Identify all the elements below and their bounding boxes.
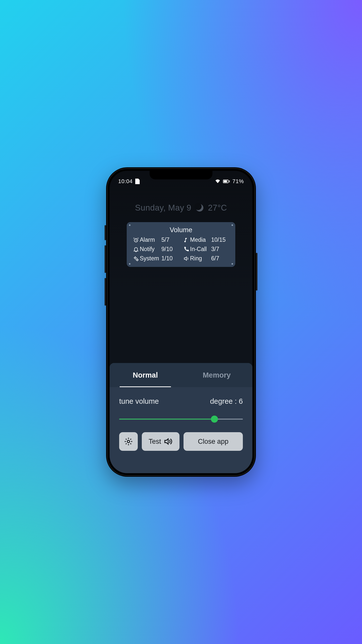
phone-mockup: 10:04 71% Sunday, May 9 <box>106 167 256 477</box>
volume-row-notify: Notify 9/10 <box>132 246 179 253</box>
svg-point-1 <box>134 257 136 259</box>
degree-label: degree : 6 <box>210 397 243 406</box>
widget-pin <box>232 263 233 265</box>
dateline-date: Sunday, May 9 <box>135 203 191 213</box>
volume-row-value: 6/7 <box>211 255 230 262</box>
tune-volume-label: tune volume <box>119 397 159 406</box>
bottom-sheet: Normal Memory tune volume degree : 6 <box>110 363 252 473</box>
moon-icon <box>196 204 203 212</box>
volume-widget[interactable]: Volume Alarm 5/7 M <box>127 222 235 267</box>
volume-widget-title: Volume <box>132 226 230 234</box>
close-app-label: Close app <box>198 438 229 446</box>
battery-icon <box>223 180 230 183</box>
volume-row-incall: In-Call 3/7 <box>183 246 230 253</box>
settings-button[interactable] <box>119 432 138 451</box>
volume-row-value: 5/7 <box>161 236 179 243</box>
volume-slider[interactable] <box>119 416 243 423</box>
volume-row-label: Notify <box>140 246 161 253</box>
phone-icon <box>183 246 190 252</box>
statusbar-battery-text: 71% <box>232 178 244 185</box>
test-button[interactable]: Test <box>142 432 179 451</box>
tab-memory[interactable]: Memory <box>181 363 252 387</box>
bell-icon <box>132 246 140 252</box>
volume-row-value: 3/7 <box>211 246 230 253</box>
phone-side-button <box>256 253 257 291</box>
slider-thumb[interactable] <box>211 416 218 423</box>
test-button-label: Test <box>149 438 161 446</box>
music-icon <box>183 237 190 243</box>
statusbar-time: 10:04 <box>118 178 133 185</box>
phone-side-button <box>105 278 106 306</box>
alarm-icon <box>132 237 140 243</box>
slider-fill <box>119 419 214 420</box>
close-app-button[interactable]: Close app <box>184 432 243 451</box>
tab-normal[interactable]: Normal <box>110 363 181 387</box>
volume-row-media: Media 10/15 <box>183 236 230 243</box>
volume-row-label: Alarm <box>140 236 161 243</box>
wifi-icon <box>215 179 220 183</box>
speaker-loud-icon <box>164 437 173 446</box>
volume-row-label: Media <box>190 236 211 243</box>
phone-notch <box>150 171 212 179</box>
volume-row-value: 10/15 <box>211 236 230 243</box>
sheet-tabs: Normal Memory <box>110 363 252 387</box>
gradient-stage: 10:04 71% Sunday, May 9 <box>78 141 284 503</box>
volume-row-label: System <box>140 255 161 262</box>
svg-point-3 <box>127 440 130 443</box>
volume-row-value: 1/10 <box>161 255 179 262</box>
widget-pin <box>129 224 130 226</box>
volume-row-label: In-Call <box>190 246 211 253</box>
widget-pin <box>232 224 233 226</box>
volume-row-ring: Ring 6/7 <box>183 255 230 262</box>
volume-row-alarm: Alarm 5/7 <box>132 236 179 243</box>
phone-side-button <box>105 245 106 273</box>
gears-icon <box>132 256 140 262</box>
svg-point-2 <box>137 259 138 261</box>
dateline: Sunday, May 9 27°C <box>110 203 252 213</box>
volume-row-system: System 1/10 <box>132 255 179 262</box>
phone-screen: 10:04 71% Sunday, May 9 <box>110 171 252 473</box>
dateline-temp: 27°C <box>208 203 227 213</box>
phone-side-button <box>105 225 106 240</box>
gear-icon <box>124 437 133 446</box>
speaker-icon <box>183 256 190 262</box>
volume-row-label: Ring <box>190 255 211 262</box>
volume-row-value: 9/10 <box>161 246 179 253</box>
widget-pin <box>129 263 130 265</box>
document-icon <box>135 179 140 184</box>
